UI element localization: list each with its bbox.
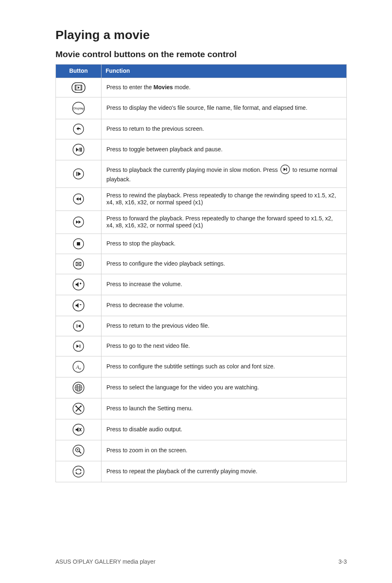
function-cell: Press to toggle between playback and pau… (101, 139, 347, 160)
svg-point-54 (80, 405, 81, 407)
table-row: Display Press to display the video's fil… (56, 97, 347, 119)
function-text-bold: Movies (153, 84, 173, 90)
settings-icon (72, 403, 85, 415)
options-icon (73, 258, 84, 270)
svg-rect-43 (80, 345, 81, 348)
remote-buttons-table: Button Function (55, 64, 347, 482)
table-row: Press to disable audio output. (56, 419, 347, 440)
table-row: Press to increase the volume. (56, 274, 347, 295)
svg-marker-22 (76, 197, 78, 201)
table-row: Press to stop the playback. (56, 234, 347, 254)
table-row: Aa Press to configure the subtitle setti… (56, 356, 347, 377)
function-cell: Press to return to the previous screen. (101, 119, 347, 139)
table-row: Press to rewind the playback. Press repe… (56, 187, 347, 211)
movies-mode-icon (71, 82, 85, 93)
fast-forward-icon (73, 216, 84, 228)
section-title: Movie control buttons on the remote cont… (55, 49, 347, 59)
svg-marker-6 (78, 86, 80, 89)
button-cell (56, 377, 101, 398)
volume-up-icon (72, 278, 85, 291)
button-cell (56, 316, 101, 336)
svg-marker-17 (78, 172, 81, 176)
function-cell: Press to rewind the playback. Press repe… (101, 187, 347, 211)
button-cell (56, 419, 101, 440)
next-track-inline-icon (280, 164, 290, 176)
svg-rect-28 (77, 242, 80, 245)
page-title: Playing a movie (55, 28, 347, 42)
volume-down-icon (72, 299, 85, 312)
display-icon: Display (72, 102, 85, 115)
col-button-header: Button (56, 65, 101, 78)
svg-rect-13 (80, 148, 81, 152)
svg-point-63 (73, 466, 84, 477)
button-cell (56, 336, 101, 356)
svg-marker-26 (78, 220, 81, 224)
button-cell (56, 461, 101, 482)
svg-rect-20 (286, 168, 287, 171)
function-text-before: Press to enter the (106, 84, 153, 90)
svg-point-58 (73, 445, 84, 456)
table-row: Press to go to the next video file. (56, 336, 347, 356)
rewind-icon (73, 193, 84, 205)
button-cell (56, 187, 101, 211)
button-cell (56, 119, 101, 139)
function-cell: Press to enter the Movies mode. (101, 78, 347, 97)
svg-point-53 (75, 405, 76, 407)
button-cell: / (56, 139, 101, 160)
table-row: Press to select the language for the vid… (56, 377, 347, 398)
svg-marker-23 (78, 197, 81, 201)
repeat-icon (72, 465, 85, 478)
svg-marker-25 (76, 220, 78, 224)
table-row: Press to return to the previous screen. (56, 119, 347, 139)
function-text-before: Press to playback the currently playing … (106, 166, 279, 173)
function-cell: Press to stop the playback. (101, 234, 347, 254)
function-cell: Press to repeat the playback of the curr… (101, 461, 347, 482)
mute-icon (72, 423, 85, 436)
function-cell: Press to return to the previous video fi… (101, 316, 347, 336)
function-cell: Press to disable audio output. (101, 419, 347, 440)
function-cell: Press to playback the currently playing … (101, 160, 347, 187)
function-cell: Press to decrease the volume. (101, 295, 347, 316)
svg-rect-39 (77, 324, 78, 328)
button-cell (56, 160, 101, 187)
function-cell: Press to increase the volume. (101, 274, 347, 295)
button-cell (56, 295, 101, 316)
function-cell: Press to forward the playback. Press rep… (101, 211, 347, 234)
language-icon (72, 382, 85, 394)
svg-rect-14 (81, 148, 82, 152)
next-track-icon (73, 340, 84, 352)
function-text-after: mode. (173, 84, 191, 90)
subtitle-icon: Aa (72, 361, 85, 373)
table-row: Press to zoom in on the screen. (56, 440, 347, 461)
function-cell: Press to configure the subtitle settings… (101, 356, 347, 377)
button-cell (56, 398, 101, 419)
svg-marker-40 (78, 324, 81, 328)
table-row: Press to forward the playback. Press rep… (56, 211, 347, 234)
footer-page-number: 3-3 (339, 558, 347, 565)
function-cell: Press to configure the video playback se… (101, 254, 347, 274)
table-row: / Press to toggle between playback and p… (56, 139, 347, 160)
function-cell: Press to zoom in on the screen. (101, 440, 347, 461)
previous-track-icon (73, 320, 84, 332)
function-cell: Press to select the language for the vid… (101, 377, 347, 398)
button-cell (56, 211, 101, 234)
button-cell (56, 440, 101, 461)
svg-line-60 (79, 451, 81, 453)
function-cell: Press to launch the Setting menu. (101, 398, 347, 419)
button-cell (56, 78, 101, 97)
svg-text:Display: Display (73, 106, 84, 110)
button-cell: Display (56, 97, 101, 119)
table-row: Press to playback the currently playing … (56, 160, 347, 187)
function-cell: Press to display the video's file source… (101, 97, 347, 119)
stop-icon (73, 238, 84, 250)
button-cell (56, 274, 101, 295)
table-row: Press to launch the Setting menu. (56, 398, 347, 419)
table-row: Press to return to the previous video fi… (56, 316, 347, 336)
slow-motion-icon (73, 168, 84, 180)
svg-marker-19 (284, 168, 286, 171)
button-cell (56, 254, 101, 274)
footer-left-text: ASUS O!PLAY GALLERY media player (55, 558, 155, 565)
table-row: Press to repeat the playback of the curr… (56, 461, 347, 482)
table-row: Press to enter the Movies mode. (56, 78, 347, 97)
zoom-in-icon (72, 444, 85, 457)
